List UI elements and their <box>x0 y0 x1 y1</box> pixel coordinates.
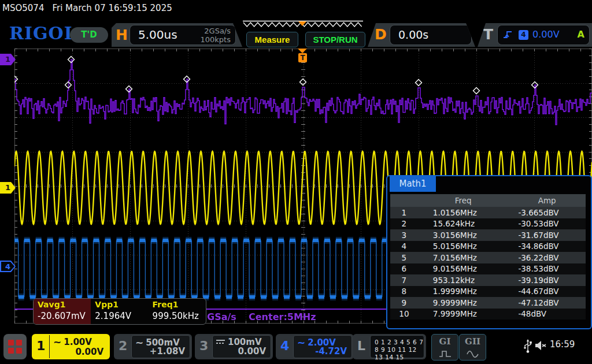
fft-center-freq: Center:5MHz <box>249 311 316 322</box>
freq-column-header: Freq <box>418 194 509 207</box>
math1-table-row: 107.9999MHz-48dBV <box>390 309 586 320</box>
row-index: 6 <box>390 263 418 275</box>
channel1-position-tag[interactable]: 1 <box>0 182 16 194</box>
freq-value: 7.0156MHz <box>418 252 509 263</box>
row-index: 2 <box>390 218 418 230</box>
usb-icon <box>523 339 532 354</box>
channel4-button[interactable]: 4 ~2.00V -4.72V <box>276 334 354 359</box>
channel4-offset: -4.72V <box>315 346 347 356</box>
amp-value: -38.53dBV <box>509 263 586 275</box>
h-label: H <box>116 27 128 43</box>
channel3-offset: 0.00V <box>238 346 266 356</box>
measurement-panel[interactable]: Vavg1 -20.607mV Vpp1 2.1964V Freq1 999.5… <box>33 298 206 325</box>
row-index: 7 <box>390 274 418 286</box>
amp-value: -44.67dBV <box>509 286 586 298</box>
trigger-box[interactable]: 4 0.00V A <box>497 25 590 45</box>
trigger-mode: A <box>578 29 584 40</box>
pulse-wave-icon <box>438 350 452 358</box>
freq-value: 1.9999MHz <box>418 286 509 298</box>
freq-value: 3.0156MHz <box>418 229 509 241</box>
row-index: 8 <box>390 286 418 298</box>
measurement-vavg1[interactable]: Vavg1 -20.607mV <box>34 299 91 324</box>
waveform-preview-strip[interactable] <box>240 20 365 31</box>
index-column-header <box>390 194 418 207</box>
logic-row2: 8 9 10 11 12 13 14 15 <box>375 346 424 361</box>
amp-value: -31.67dBV <box>509 229 586 241</box>
menu-grid-icon <box>8 340 22 354</box>
t-label: T <box>483 26 493 43</box>
measurement-vpp1[interactable]: Vpp1 2.1964V <box>91 299 148 324</box>
delay-box[interactable]: 0.00s <box>390 25 472 45</box>
datetime: Fri March 07 16:59:15 2025 <box>52 3 172 13</box>
fft-sample-rate: GSa/s <box>207 311 236 322</box>
measurement-freq1[interactable]: Freq1 999.50kHz <box>149 299 206 324</box>
math1-table-row: 45.0156MHz-34.86dBV <box>390 241 586 252</box>
row-index: 3 <box>390 229 418 241</box>
acquisition-info: 2GSa/s 100kpts <box>201 27 231 44</box>
amp-value: -39.19dBV <box>509 274 586 286</box>
trigger-settings-button[interactable]: T 4 0.00V A <box>478 23 592 47</box>
oscilloscope-screen: MSO5074Fri March 07 16:59:15 2025 RIGOL … <box>0 0 592 364</box>
logic-row1: 0 1 2 3 4 5 6 7 <box>375 339 424 346</box>
amp-value: -47.12dBV <box>509 297 586 309</box>
trigger-status-badge: T'D <box>70 27 108 43</box>
math1-header-row: Freq Amp <box>390 194 586 207</box>
clock: 16:59 <box>550 339 575 350</box>
generator1-button[interactable]: GI <box>431 334 458 361</box>
model-name: MSO5074 <box>2 3 44 13</box>
trigger-source-badge: 4 <box>519 30 528 40</box>
delay-value: 0.00s <box>398 28 428 41</box>
delay-settings-button[interactable]: D 0.00s <box>368 23 475 47</box>
freq-value: 7.9999MHz <box>418 309 509 320</box>
freq-value: 1.0156MHz <box>418 207 509 218</box>
channel2-offset: +1.08V <box>150 346 185 356</box>
amp-value: -36.22dBV <box>509 252 586 263</box>
titlebar: MSO5074Fri March 07 16:59:15 2025 <box>2 3 172 13</box>
amp-value: -30.53dBV <box>509 218 586 230</box>
logic-channels: 0 1 2 3 4 5 6 7 8 9 10 11 12 13 14 15 <box>370 335 424 358</box>
logic-label: L <box>357 339 365 353</box>
timebase-box[interactable]: 5.00us 2GSa/s 100kpts <box>130 25 236 45</box>
math1-table-row: 33.0156MHz-31.67dBV <box>390 229 586 241</box>
trigger-position-triangle[interactable] <box>298 49 307 53</box>
timebase-value: 5.00us <box>138 28 177 42</box>
freq-value: 15.624kHz <box>418 218 509 230</box>
channel4-position-tag[interactable]: 4 <box>0 261 16 272</box>
trigger-slope-icon <box>502 29 515 40</box>
speaker-muted-icon <box>535 340 547 351</box>
row-index: 1 <box>390 207 418 218</box>
bottom-bar: 1 ~1.00V 0.00V 2 ~500mV +1.08V 3 100mV 0… <box>0 332 592 364</box>
ac-coupling-icon: ~ <box>297 337 305 348</box>
measure-button[interactable]: Measure <box>246 32 298 47</box>
row-index: 5 <box>390 252 418 263</box>
sine-wave-icon <box>466 350 480 358</box>
math1-table-row: 99.9999MHz-47.12dBV <box>390 297 586 309</box>
generator2-button[interactable]: GII <box>459 334 486 361</box>
ac-coupling-icon: ~ <box>53 336 61 348</box>
freq-value: 9.0156MHz <box>418 263 509 275</box>
channel4-tag-inner: 4 <box>1 262 14 271</box>
freq-value: 9.9999MHz <box>418 297 509 309</box>
math1-table-row: 57.0156MHz-36.22dBV <box>390 252 586 263</box>
math1-results-panel[interactable]: Math1 Freq Amp 11.0156MHz-3.665dBV215.62… <box>386 175 592 329</box>
math1-table-row: 11.0156MHz-3.665dBV <box>390 207 586 218</box>
channel2-button[interactable]: 2 ~500mV +1.08V <box>114 334 192 359</box>
math1-table-row: 215.624kHz-30.53dBV <box>390 218 586 230</box>
stop-run-button[interactable]: STOP/RUN <box>305 32 365 47</box>
logic-analyzer-button[interactable]: L 0 1 2 3 4 5 6 7 8 9 10 11 12 13 14 15 <box>353 334 426 359</box>
main-menu-button[interactable] <box>3 334 27 359</box>
freq-value: 953.12kHz <box>418 274 509 286</box>
horizontal-settings-button[interactable]: H 5.00us 2GSa/s 100kpts <box>112 23 242 47</box>
amp-value: -3.665dBV <box>509 207 586 218</box>
amp-value: -48dBV <box>509 309 586 320</box>
channel1-button[interactable]: 1 ~1.00V 0.00V <box>32 334 110 359</box>
math1-tab[interactable]: Math1 <box>390 176 436 192</box>
row-index: 9 <box>390 297 418 309</box>
math1-position-tag[interactable]: 1 <box>0 54 16 65</box>
channel1-offset: 0.00V <box>75 347 103 357</box>
trigger-position-marker[interactable]: T <box>298 53 307 62</box>
math1-table-row: 81.9999MHz-44.67dBV <box>390 286 586 298</box>
amp-value: -34.86dBV <box>509 241 586 252</box>
row-index: 10 <box>390 309 418 320</box>
channel3-button[interactable]: 3 100mV 0.00V <box>195 334 273 359</box>
